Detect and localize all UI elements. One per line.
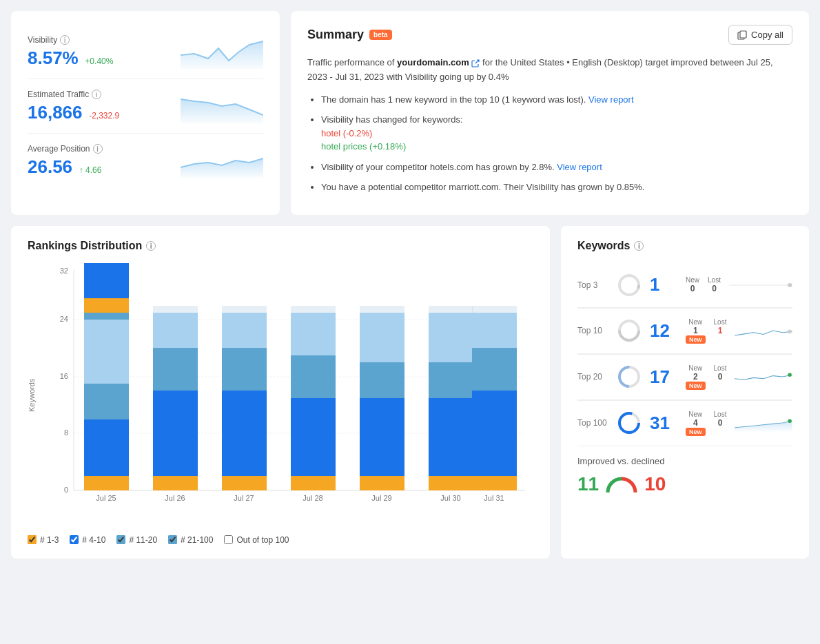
svg-rect-35 xyxy=(291,355,336,398)
svg-rect-42 xyxy=(360,313,404,362)
svg-point-66 xyxy=(788,373,792,377)
svg-rect-16 xyxy=(84,476,129,490)
svg-rect-52 xyxy=(472,391,517,476)
hotel-prices-keyword-link[interactable]: hotel prices xyxy=(321,141,367,152)
legend-4-10-checkbox[interactable] xyxy=(70,535,79,544)
svg-text:24: 24 xyxy=(60,315,68,323)
traffic-chart xyxy=(181,89,263,123)
kw-top3-ring xyxy=(617,273,642,298)
avgposition-change: ↑ 4.66 xyxy=(79,165,102,175)
visibility-chart xyxy=(181,34,263,69)
avgposition-info-icon[interactable]: i xyxy=(93,144,103,154)
svg-rect-54 xyxy=(472,313,517,348)
legend-1-3-checkbox[interactable] xyxy=(28,535,37,544)
rankings-info-icon[interactable]: i xyxy=(146,241,156,251)
svg-rect-53 xyxy=(472,348,517,391)
avgposition-chart xyxy=(181,143,263,178)
legend-11-20-checkbox[interactable] xyxy=(116,535,125,544)
bar-jul28: Jul 28 xyxy=(291,306,336,502)
summary-intro: Traffic performance of yourdomain.com fo… xyxy=(307,56,792,85)
svg-rect-29 xyxy=(222,348,267,391)
new-badge-top100: New xyxy=(686,428,706,436)
bar-chart: 0 8 16 24 32 xyxy=(41,263,533,525)
bar-jul29: Jul 29 xyxy=(360,306,404,502)
view-report-link-1[interactable]: View report xyxy=(588,94,634,105)
improved-section: Improved vs. declined 11 10 xyxy=(577,446,792,495)
copy-icon xyxy=(737,30,747,40)
legend-11-20-label: # 11-20 xyxy=(129,535,157,545)
new-badge-top10: New xyxy=(686,335,706,344)
summary-title-group: Summary beta xyxy=(307,28,392,42)
kw-top100-lost: 0 xyxy=(718,418,723,428)
summary-bullet-2: Visibility has changed for keywords: hot… xyxy=(321,113,792,154)
visibility-change: +0.40% xyxy=(85,56,113,66)
summary-header: Summary beta Copy all xyxy=(307,25,792,45)
rankings-title: Rankings Distribution i xyxy=(28,240,533,252)
kw-top10-label: Top 10 xyxy=(577,326,608,335)
kw-top20-new-lost: New 2 New Lost0 xyxy=(686,364,726,390)
view-report-link-2[interactable]: View report xyxy=(557,162,602,172)
traffic-info-icon[interactable]: i xyxy=(92,90,101,99)
kw-top20-trend xyxy=(735,364,792,389)
svg-rect-39 xyxy=(360,476,404,490)
legend-4-10: # 4-10 xyxy=(70,535,105,545)
kw-top3-trend xyxy=(729,273,792,298)
traffic-metric: Estimated Traffic i 16,866 -2,332.9 xyxy=(28,79,263,134)
svg-rect-47 xyxy=(429,362,473,398)
svg-rect-21 xyxy=(153,476,198,490)
svg-rect-28 xyxy=(222,391,267,476)
kw-top3: Top 3 1 New0 Lost0 xyxy=(577,263,792,308)
kw-top10-new: 1 New xyxy=(686,326,706,344)
visibility-label: Visibility xyxy=(28,35,57,45)
beta-badge: beta xyxy=(369,30,392,40)
svg-rect-19 xyxy=(84,320,129,384)
legend-out-top-100-checkbox[interactable] xyxy=(224,535,233,544)
avgposition-label: Average Position xyxy=(28,144,90,154)
keywords-info-icon[interactable]: i xyxy=(634,241,644,251)
kw-top10: Top 10 12 New 1 New Lost1 xyxy=(577,309,792,354)
svg-text:Jul 30: Jul 30 xyxy=(440,494,460,502)
legend-21-100-label: # 21-100 xyxy=(181,535,213,545)
hotel-keyword-link[interactable]: hotel xyxy=(321,128,340,138)
bar-jul26: Jul 26 xyxy=(153,306,198,502)
legend-4-10-label: # 4-10 xyxy=(82,535,105,545)
kw-top100-value: 31 xyxy=(650,413,677,434)
visibility-info-icon[interactable]: i xyxy=(60,35,70,45)
avgposition-metric: Average Position i 26.56 ↑ 4.66 xyxy=(28,134,263,187)
bar-jul30: Jul 30 xyxy=(429,306,473,502)
kw-top3-new-lost: New0 Lost0 xyxy=(686,276,721,293)
svg-rect-15 xyxy=(84,298,129,313)
kw-top3-value: 1 xyxy=(650,274,677,295)
kw-top10-trend xyxy=(735,318,792,343)
svg-rect-24 xyxy=(153,313,198,348)
copy-all-button[interactable]: Copy all xyxy=(728,25,792,45)
kw-top3-label: Top 3 xyxy=(577,280,608,290)
svg-rect-55 xyxy=(472,306,517,313)
svg-text:Jul 27: Jul 27 xyxy=(234,494,254,502)
improved-values: 11 10 xyxy=(577,473,792,495)
improved-count: 11 xyxy=(577,473,599,495)
kw-top20: Top 20 17 New 2 New Lost0 xyxy=(577,355,792,400)
summary-bullet-3: Visibility of your competitor hotels.com… xyxy=(321,160,792,174)
kw-top100: Top 100 31 New 4 New Lost0 xyxy=(577,401,792,446)
improved-title: Improved vs. declined xyxy=(577,456,792,466)
svg-rect-31 xyxy=(222,306,267,313)
bar-jul31: Jul 31 xyxy=(472,306,517,502)
keywords-title: Keywords i xyxy=(577,240,792,252)
legend-21-100-checkbox[interactable] xyxy=(168,535,177,544)
svg-point-57 xyxy=(619,276,639,295)
svg-rect-1 xyxy=(740,31,746,38)
svg-rect-45 xyxy=(429,476,473,490)
kw-top20-new: 2 New xyxy=(686,372,706,390)
svg-text:8: 8 xyxy=(64,428,68,437)
y-axis-label: Keywords xyxy=(28,263,36,527)
traffic-value: 16,866 xyxy=(28,102,83,123)
summary-bullet-1: The domain has 1 new keyword in the top … xyxy=(321,93,792,107)
gauge-icon xyxy=(604,475,639,494)
new-badge-top20: New xyxy=(686,382,706,390)
summary-bullet-4: You have a potential competitor marriott… xyxy=(321,180,792,194)
traffic-change: -2,332.9 xyxy=(89,111,119,121)
svg-rect-25 xyxy=(153,306,198,313)
svg-rect-37 xyxy=(291,306,336,313)
svg-point-69 xyxy=(788,419,792,424)
